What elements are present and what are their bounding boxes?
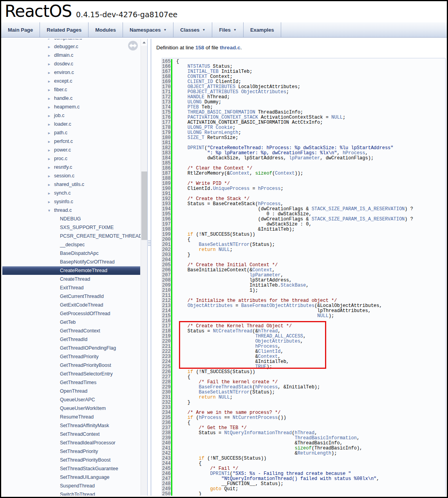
sidebar-item-debugger-c[interactable]: ►debugger.c (2, 42, 140, 51)
sidebar-item-resntfy-c[interactable]: ►resntfy.c (2, 163, 140, 171)
sidebar-item-getthreadid[interactable]: GetThreadId (2, 335, 140, 344)
sidebar-item-shared-utils-c[interactable]: ►shared_utils.c (2, 180, 140, 189)
sidebar-item-sxs-support-fixme[interactable]: SXS_SUPPORT_FIXME (2, 223, 140, 232)
tab-related-pages[interactable]: Related Pages (40, 22, 89, 37)
sidebar-item-openthread[interactable]: OpenThread (2, 387, 140, 395)
tab-modules[interactable]: Modules (89, 22, 123, 37)
code-link[interactable]: PACTIVATION_CONTEXT_STACK (188, 115, 258, 120)
sidebar-item-loader-c[interactable]: ►loader.c (2, 120, 140, 128)
sidebar-item-heapmem-c[interactable]: ►heapmem.c (2, 103, 140, 111)
sidebar-item-dosdev-c[interactable]: ►dosdev.c (2, 60, 140, 68)
code-link[interactable]: ULONG_PTR (188, 125, 213, 130)
sidebar-item-except-c[interactable]: ►except.c (2, 77, 140, 85)
sidebar-item-createthread[interactable]: CreateThread (2, 275, 140, 283)
sidebar-item-session-c[interactable]: ►session.c (2, 171, 140, 180)
sidebar-item-getcurrentthreadid[interactable]: GetCurrentThreadId (2, 292, 140, 301)
code-link[interactable]: NULL (219, 395, 230, 400)
tree-collapsed-icon[interactable]: ► (47, 180, 54, 189)
sidebar-item-getteb[interactable]: GetTeb (2, 318, 140, 327)
line-number[interactable]: 250 (162, 492, 172, 496)
definition-file-link[interactable]: thread.c (220, 45, 240, 51)
tree-collapsed-icon[interactable]: ► (47, 172, 54, 180)
tree-collapsed-icon[interactable]: ► (47, 155, 54, 163)
code-link[interactable]: UniqueProcess (213, 186, 250, 191)
code-link[interactable]: hProcess (255, 344, 278, 349)
code-link[interactable]: BaseSetLastNTError (199, 390, 250, 395)
code-link[interactable]: BaseSetLastNTError (199, 242, 250, 247)
sidebar-item-getexitcodethread[interactable]: GetExitCodeThread (2, 301, 140, 309)
code-link[interactable]: BaseFormatObjectAttributes (241, 303, 314, 309)
code-link[interactable]: INITIAL_TEB (188, 69, 219, 74)
code-link[interactable]: Context (258, 354, 278, 359)
sidebar-item-path-c[interactable]: ►path.c (2, 128, 140, 137)
code-link[interactable]: hProcess (255, 384, 278, 390)
tree-collapsed-icon[interactable]: ► (47, 137, 54, 146)
sidebar-item-compname-c[interactable]: ►compname.c (2, 39, 140, 42)
sidebar-item-createremotethread[interactable]: CreateRemoteThread (2, 266, 140, 275)
tree-collapsed-icon[interactable]: ► (47, 43, 54, 51)
code-link[interactable]: Context (252, 267, 272, 273)
code-link[interactable]: PTEB (188, 105, 199, 110)
sidebar-item-dllmain-c[interactable]: ►dllmain.c (2, 51, 140, 60)
sidebar-item-job-c[interactable]: ►job.c (2, 111, 140, 120)
tree-collapsed-icon[interactable]: ► (47, 120, 54, 129)
sidebar-item-proc-c[interactable]: ►proc.c (2, 154, 140, 163)
code-link[interactable]: hProcess (343, 150, 365, 156)
tree-collapsed-icon[interactable]: ► (47, 103, 54, 112)
sidebar-item-setthreadstackguarantee[interactable]: SetThreadStackGuarantee (2, 464, 140, 473)
sidebar-item-basepnotifycsrofthread[interactable]: BasepNotifyCsrOfThread (2, 258, 140, 266)
code-link[interactable]: DPRINT1 (210, 471, 229, 476)
code-link[interactable]: SIZE_T (188, 135, 204, 141)
sidebar-item-queueuserapc[interactable]: QueueUserAPC (2, 395, 140, 404)
sidebar-item-basedispatchapc[interactable]: BaseDispatchApc (2, 249, 140, 258)
sidebar-item-setthreaduilanguage[interactable]: SetThreadUILanguage (2, 473, 140, 482)
sidebar-item-switchtothread[interactable]: SwitchToThread (2, 490, 140, 496)
scrollbar-up-arrow-icon[interactable] (141, 39, 147, 46)
code-link[interactable]: ReturnLength (298, 451, 331, 456)
tree-collapsed-icon[interactable]: ► (47, 86, 54, 94)
sidebar-item-synch-c[interactable]: ►synch.c (2, 189, 140, 197)
tab-main-page[interactable]: Main Page (1, 22, 40, 37)
sidebar-item-sysinfo-c[interactable]: ►sysinfo.c (2, 197, 140, 206)
code-link[interactable]: DPRINT (188, 145, 204, 151)
code-link[interactable]: lpParameter (249, 272, 280, 278)
sidebar-item-getthreadselectorentry[interactable]: GetThreadSelectorEntry (2, 370, 140, 378)
sidebar-item-setthreadaffinitymask[interactable]: SetThreadAffinityMask (2, 421, 140, 430)
sidebar-item-environ-c[interactable]: ►environ.c (2, 68, 140, 77)
code-link[interactable]: NtCurrentProcess (233, 415, 278, 420)
tree-collapsed-icon[interactable]: ► (47, 51, 54, 60)
panel-splitter[interactable] (147, 39, 151, 496)
code-link[interactable]: THREAD_BASIC_INFORMATION (188, 110, 255, 115)
code-link[interactable]: TRUE (255, 364, 267, 370)
sidebar-item-handle-c[interactable]: ►handle.c (2, 94, 140, 103)
code-link[interactable]: STACK_SIZE_PARAM_IS_A_RESERVATION (312, 206, 405, 212)
tree-collapsed-icon[interactable]: ► (47, 60, 54, 69)
sidebar-item-power-c[interactable]: ►power.c (2, 146, 140, 154)
code-link[interactable]: hThread (294, 430, 314, 436)
sidebar-item-getthreadtimes[interactable]: GetThreadTimes (2, 378, 140, 387)
code-link[interactable]: ObjectAttributes (241, 89, 286, 95)
code-link[interactable]: BaseFreeThreadStack (199, 384, 253, 390)
sidebar-item-thread-c[interactable]: ▼thread.c (2, 206, 140, 215)
sidebar-item-declspec[interactable]: __declspec (2, 240, 140, 249)
code-link[interactable]: Context (230, 171, 249, 176)
sidebar-item-getprocessidofthread[interactable]: GetProcessIdOfThread (2, 309, 140, 318)
code-link[interactable]: THREAD_ALL_ACCESS (255, 334, 303, 339)
sidebar-item-queueuserworkitem[interactable]: QueueUserWorkItem (2, 404, 140, 413)
code-link[interactable]: POBJECT_ATTRIBUTES (188, 89, 238, 95)
sidebar-item-setthreadcontext[interactable]: SetThreadContext (2, 430, 140, 438)
tree-collapsed-icon[interactable]: ► (47, 112, 54, 120)
code-link[interactable]: ThreadBasicInformation (294, 435, 356, 441)
code-link[interactable]: ObjectAttributes (188, 303, 233, 309)
code-link[interactable]: NULL (219, 247, 230, 253)
code-link[interactable]: NtCreateThread (213, 328, 253, 334)
tab-namespaces[interactable]: Namespaces▼ (123, 22, 173, 37)
tree-expanded-icon[interactable]: ▼ (47, 206, 54, 215)
code-link[interactable]: NULL (317, 313, 329, 319)
code-link[interactable]: CONTEXT (188, 74, 207, 79)
splitter-grip-icon[interactable] (148, 240, 151, 247)
tree-collapsed-icon[interactable]: ► (47, 77, 54, 86)
sidebar-item-ndebug[interactable]: NDEBUG (2, 215, 140, 223)
code-link[interactable]: ULONG (188, 130, 202, 135)
code-link[interactable]: HANDLE (188, 94, 204, 100)
